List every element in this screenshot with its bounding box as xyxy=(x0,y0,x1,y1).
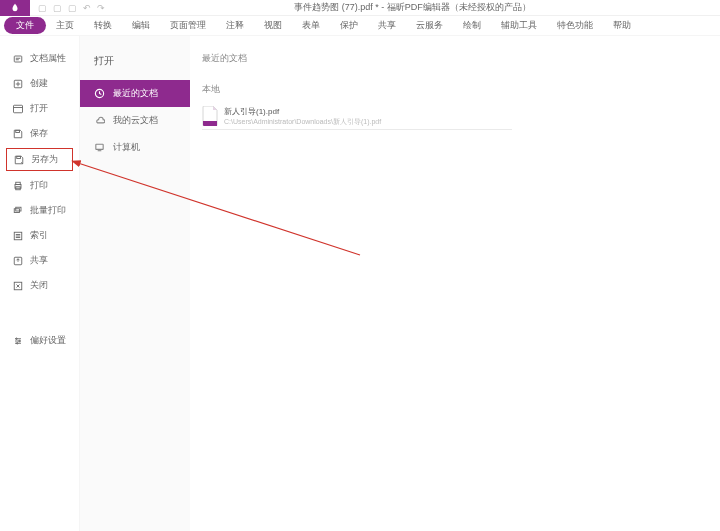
quick-access-toolbar: ▢ ▢ ▢ ↶ ↷ xyxy=(38,3,105,13)
file-sidebar: 文档属性创建打开保存另存为打印批量打印索引共享关闭偏好设置 xyxy=(0,36,80,531)
open-item-computer[interactable]: 计算机 xyxy=(80,134,190,161)
app-logo xyxy=(0,0,30,16)
open-item-label: 我的云文档 xyxy=(113,114,158,127)
sidebar-label: 批量打印 xyxy=(30,204,66,217)
recent-file-item[interactable]: 新人引导(1).pdf C:\Users\Administrator\Downl… xyxy=(202,104,512,130)
sidebar-label: 打印 xyxy=(30,179,48,192)
file-name: 新人引导(1).pdf xyxy=(224,106,381,117)
menu-tab-3[interactable]: 编辑 xyxy=(122,17,160,34)
sidebar-label: 偏好设置 xyxy=(30,334,66,347)
menu-tab-12[interactable]: 辅助工具 xyxy=(491,17,547,34)
share-icon xyxy=(12,255,24,267)
menu-tab-10[interactable]: 云服务 xyxy=(406,17,453,34)
redo-icon[interactable]: ↷ xyxy=(97,3,105,13)
sidebar-item-print[interactable]: 打印 xyxy=(0,173,79,198)
svg-rect-6 xyxy=(14,105,23,113)
sidebar-item-props[interactable]: 文档属性 xyxy=(0,46,79,71)
open-item-clock[interactable]: 最近的文档 xyxy=(80,80,190,107)
open-header: 打开 xyxy=(80,46,190,80)
sidebar-item-index[interactable]: 索引 xyxy=(0,223,79,248)
menu-tab-1[interactable]: 主页 xyxy=(46,17,84,34)
undo-icon[interactable]: ↶ xyxy=(83,3,91,13)
menu-tab-4[interactable]: 页面管理 xyxy=(160,17,216,34)
index-icon xyxy=(12,230,24,242)
svg-rect-7 xyxy=(16,130,20,132)
sidebar-label: 文档属性 xyxy=(30,52,66,65)
menu-tab-2[interactable]: 转换 xyxy=(84,17,122,34)
open-icon xyxy=(12,103,24,115)
sidebar-item-share[interactable]: 共享 xyxy=(0,248,79,273)
menu-tab-13[interactable]: 特色功能 xyxy=(547,17,603,34)
menu-tab-0[interactable]: 文件 xyxy=(4,17,46,34)
sidebar-label: 关闭 xyxy=(30,279,48,292)
cloud-icon xyxy=(94,115,105,126)
sidebar-label: 另存为 xyxy=(31,153,58,166)
pdf-file-icon xyxy=(202,106,218,126)
save-icon xyxy=(12,128,24,140)
folder-icon[interactable]: ▢ xyxy=(38,3,47,13)
content-header: 最近的文档 xyxy=(202,52,708,65)
titlebar: ▢ ▢ ▢ ↶ ↷ 事件趋势图 (77).pdf * - 福昕PDF编辑器（未经… xyxy=(0,0,720,16)
sidebar-item-save[interactable]: 保存 xyxy=(0,121,79,146)
svg-rect-0 xyxy=(14,56,22,62)
mid-items: 最近的文档我的云文档计算机 xyxy=(80,80,190,161)
batch-icon xyxy=(12,205,24,217)
content-area: 最近的文档 本地 新人引导(1).pdf C:\Users\Administra… xyxy=(190,36,720,531)
sidebar-label: 创建 xyxy=(30,77,48,90)
sidebar-item-close[interactable]: 关闭 xyxy=(0,273,79,298)
svg-rect-27 xyxy=(96,144,103,149)
file-path: C:\Users\Administrator\Downloads\新人引导(1)… xyxy=(224,117,381,127)
menu-tab-14[interactable]: 帮助 xyxy=(603,17,641,34)
menu-tab-5[interactable]: 注释 xyxy=(216,17,254,34)
sidebar-label: 打开 xyxy=(30,102,48,115)
menu-tab-8[interactable]: 保护 xyxy=(330,17,368,34)
section-label: 本地 xyxy=(202,83,708,96)
open-item-label: 最近的文档 xyxy=(113,87,158,100)
print-icon xyxy=(12,180,24,192)
prefs-icon xyxy=(12,335,24,347)
sidebar-label: 共享 xyxy=(30,254,48,267)
sidebar-label: 保存 xyxy=(30,127,48,140)
sidebar-item-prefs[interactable]: 偏好设置 xyxy=(0,328,79,353)
sidebar-item-create[interactable]: 创建 xyxy=(0,71,79,96)
props-icon xyxy=(12,53,24,65)
menubar: 文件主页转换编辑页面管理注释视图表单保护共享云服务绘制辅助工具特色功能帮助 xyxy=(0,16,720,36)
sidebar-item-batch[interactable]: 批量打印 xyxy=(0,198,79,223)
sidebar-item-saveas[interactable]: 另存为 xyxy=(6,148,73,171)
save-icon[interactable]: ▢ xyxy=(53,3,62,13)
svg-rect-8 xyxy=(17,156,21,158)
menu-tab-9[interactable]: 共享 xyxy=(368,17,406,34)
open-sidebar: 打开 最近的文档我的云文档计算机 xyxy=(80,36,190,531)
close-icon xyxy=(12,280,24,292)
open-item-label: 计算机 xyxy=(113,141,140,154)
sidebar-label: 索引 xyxy=(30,229,48,242)
saveas-icon xyxy=(13,154,25,166)
window-title: 事件趋势图 (77).pdf * - 福昕PDF编辑器（未经授权的产品） xyxy=(105,1,720,14)
menu-tab-7[interactable]: 表单 xyxy=(292,17,330,34)
svg-rect-10 xyxy=(16,182,21,184)
print-icon[interactable]: ▢ xyxy=(68,3,77,13)
sidebar-item-open[interactable]: 打开 xyxy=(0,96,79,121)
menu-tab-6[interactable]: 视图 xyxy=(254,17,292,34)
create-icon xyxy=(12,78,24,90)
menu-tab-11[interactable]: 绘制 xyxy=(453,17,491,34)
computer-icon xyxy=(94,142,105,153)
clock-icon xyxy=(94,88,105,99)
open-item-cloud[interactable]: 我的云文档 xyxy=(80,107,190,134)
